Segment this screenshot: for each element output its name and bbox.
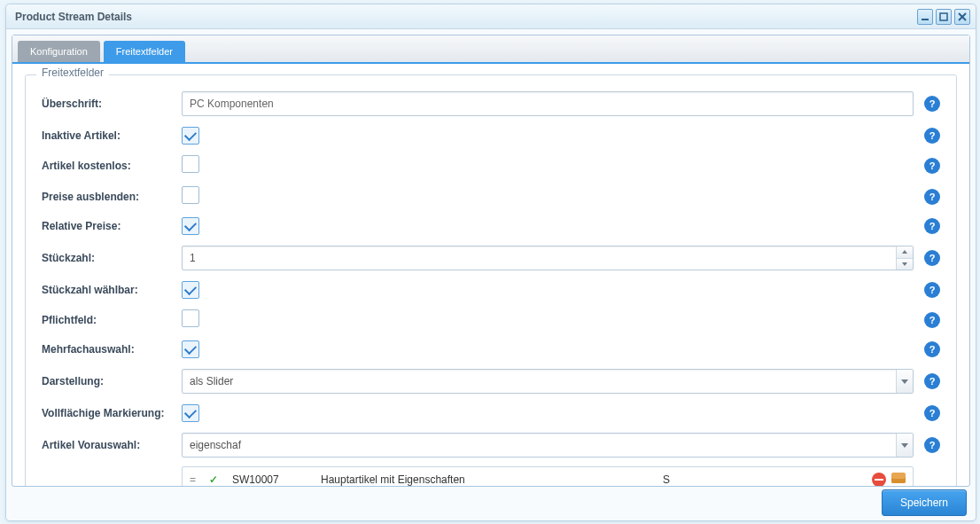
vorauswahl-grid: = ✓ SW10007 Hauptartikel mit Eigenschaft… bbox=[182, 466, 914, 486]
stueckzahl-input[interactable] bbox=[183, 246, 896, 270]
artikel-vorauswahl-combo bbox=[182, 433, 914, 458]
help-icon[interactable]: ? bbox=[924, 128, 940, 144]
footer: Speichern bbox=[12, 489, 970, 517]
label-stueckzahl-waehlbar: Stückzahl wählbar: bbox=[42, 284, 182, 296]
label-darstellung: Darstellung: bbox=[42, 375, 182, 387]
cell-eq: = bbox=[190, 473, 209, 486]
ueberschrift-input-wrap bbox=[182, 91, 914, 116]
svg-rect-1 bbox=[940, 13, 947, 20]
cell-name: Hauptartikel mit Eigenschaften bbox=[321, 473, 663, 486]
close-icon[interactable] bbox=[954, 9, 970, 25]
checkbox-pflichtfeld[interactable] bbox=[182, 309, 199, 327]
spin-down-icon[interactable] bbox=[897, 259, 913, 270]
label-pflichtfeld: Pflichtfeld: bbox=[42, 314, 182, 326]
row-artikel-vorauswahl: Artikel Vorauswahl: ? bbox=[42, 433, 940, 458]
tab-freitextfelder[interactable]: Freitextfelder bbox=[104, 41, 185, 62]
row-stueckzahl: Stückzahl: ? bbox=[42, 246, 940, 270]
label-artikel-vorauswahl: Artikel Vorauswahl: bbox=[42, 439, 182, 451]
cell-s: S bbox=[663, 473, 867, 486]
help-icon[interactable]: ? bbox=[924, 218, 940, 234]
table-row[interactable]: = ✓ SW10007 Hauptartikel mit Eigenschaft… bbox=[183, 467, 913, 486]
cell-sku: SW10007 bbox=[232, 473, 321, 486]
row-inaktive-artikel: Inaktive Artikel: ? bbox=[42, 127, 940, 145]
form-scroll[interactable]: Freitextfelder Überschrift: ? Inaktive A… bbox=[12, 64, 969, 486]
checkbox-artikel-kostenlos[interactable] bbox=[182, 155, 199, 173]
darstellung-combo bbox=[182, 369, 914, 394]
window: Product Stream Details Konfiguration Fre… bbox=[5, 4, 976, 521]
label-mehrfachauswahl: Mehrfachauswahl: bbox=[42, 343, 182, 356]
help-icon[interactable]: ? bbox=[924, 373, 940, 389]
checkbox-preise-ausblenden[interactable] bbox=[182, 186, 199, 204]
help-icon[interactable]: ? bbox=[924, 189, 940, 205]
chevron-down-icon[interactable] bbox=[896, 434, 913, 457]
remove-icon[interactable] bbox=[872, 473, 886, 486]
check-icon: ✓ bbox=[209, 473, 232, 486]
tab-konfiguration[interactable]: Konfiguration bbox=[18, 41, 100, 62]
minimize-icon[interactable] bbox=[917, 9, 933, 25]
row-artikel-kostenlos: Artikel kostenlos: ? bbox=[42, 155, 940, 176]
row-pflichtfeld: Pflichtfeld: ? bbox=[42, 309, 940, 330]
row-darstellung: Darstellung: ? bbox=[42, 369, 940, 394]
row-preise-ausblenden: Preise ausblenden: ? bbox=[42, 186, 940, 207]
row-vollflaechige-markierung: Vollflächige Markierung: ? bbox=[42, 404, 940, 422]
row-relative-preise: Relative Preise: ? bbox=[42, 217, 940, 235]
label-stueckzahl: Stückzahl: bbox=[42, 252, 182, 264]
spin-up-icon[interactable] bbox=[897, 246, 913, 259]
tabs-bar: Konfiguration Freitextfelder bbox=[12, 35, 969, 64]
open-icon[interactable] bbox=[891, 473, 906, 483]
row-ueberschrift: Überschrift: ? bbox=[42, 91, 940, 116]
stueckzahl-spinner bbox=[182, 246, 914, 270]
row-stueckzahl-waehlbar: Stückzahl wählbar: ? bbox=[42, 281, 940, 299]
darstellung-input[interactable] bbox=[183, 370, 896, 393]
checkbox-stueckzahl-waehlbar[interactable] bbox=[182, 281, 199, 299]
chevron-down-icon[interactable] bbox=[896, 370, 913, 393]
window-title: Product Stream Details bbox=[15, 11, 917, 23]
row-vorauswahl-grid: = ✓ SW10007 Hauptartikel mit Eigenschaft… bbox=[42, 461, 940, 486]
checkbox-inaktive-artikel[interactable] bbox=[182, 127, 199, 145]
label-relative-preise: Relative Preise: bbox=[42, 220, 182, 232]
help-icon[interactable]: ? bbox=[924, 158, 940, 174]
label-artikel-kostenlos: Artikel kostenlos: bbox=[42, 160, 182, 172]
artikel-vorauswahl-input[interactable] bbox=[183, 434, 896, 457]
help-icon[interactable]: ? bbox=[924, 341, 940, 357]
checkbox-vollflaechige-markierung[interactable] bbox=[182, 404, 199, 422]
help-icon[interactable]: ? bbox=[924, 437, 940, 453]
checkbox-relative-preise[interactable] bbox=[182, 217, 199, 235]
titlebar: Product Stream Details bbox=[6, 4, 976, 29]
ueberschrift-input[interactable] bbox=[183, 92, 913, 115]
label-preise-ausblenden: Preise ausblenden: bbox=[42, 191, 182, 203]
label-ueberschrift: Überschrift: bbox=[42, 98, 182, 110]
body-panel: Konfiguration Freitextfelder Freitextfel… bbox=[12, 35, 970, 487]
help-icon[interactable]: ? bbox=[924, 312, 940, 328]
fieldset-freitextfelder: Freitextfelder Überschrift: ? Inaktive A… bbox=[25, 74, 957, 486]
fieldset-legend: Freitextfelder bbox=[36, 66, 109, 79]
help-icon[interactable]: ? bbox=[924, 96, 940, 112]
help-icon[interactable]: ? bbox=[924, 282, 940, 298]
label-inaktive-artikel: Inaktive Artikel: bbox=[42, 129, 182, 142]
label-vollflaechige-markierung: Vollflächige Markierung: bbox=[42, 407, 182, 419]
help-icon[interactable]: ? bbox=[924, 250, 940, 266]
save-button[interactable]: Speichern bbox=[882, 489, 967, 516]
help-icon[interactable]: ? bbox=[924, 405, 940, 421]
row-mehrfachauswahl: Mehrfachauswahl: ? bbox=[42, 340, 940, 358]
checkbox-mehrfachauswahl[interactable] bbox=[182, 340, 199, 358]
window-controls bbox=[917, 9, 970, 25]
maximize-icon[interactable] bbox=[936, 9, 952, 25]
